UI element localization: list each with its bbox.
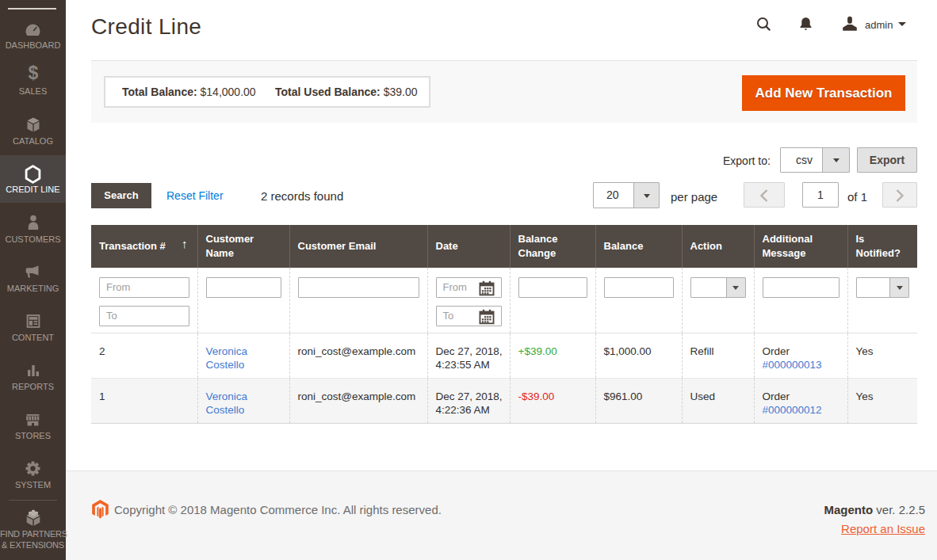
svg-text:$: $ [28, 64, 38, 83]
